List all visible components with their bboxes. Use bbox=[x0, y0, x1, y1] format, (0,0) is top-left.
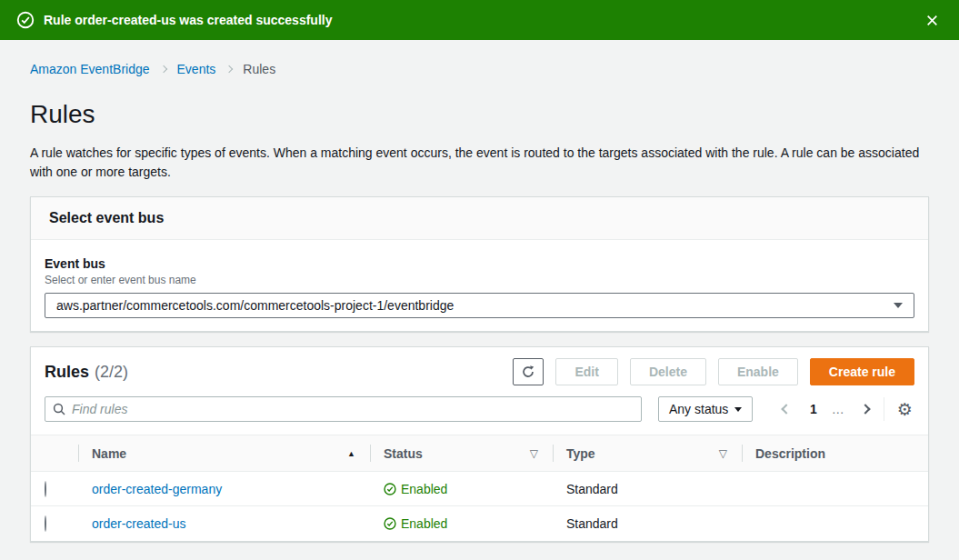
panel-header: Select event bus bbox=[31, 197, 928, 240]
rules-panel-title: Rules(2/2) bbox=[45, 363, 128, 382]
status-enabled-icon bbox=[384, 517, 396, 530]
chevron-down-icon bbox=[894, 303, 903, 308]
search-icon bbox=[53, 403, 65, 415]
breadcrumb: Amazon EventBridge Events Rules bbox=[30, 40, 929, 76]
rule-type: Standard bbox=[553, 472, 742, 506]
sort-ascending-icon[interactable]: ▲ bbox=[347, 449, 355, 458]
refresh-icon bbox=[521, 365, 535, 379]
column-label: Name bbox=[92, 446, 126, 461]
breadcrumb-rules: Rules bbox=[243, 62, 275, 76]
banner-message: Rule order-created-us was created succes… bbox=[44, 13, 922, 27]
sort-toggle-icon[interactable]: ▽ bbox=[719, 447, 727, 460]
select-event-bus-panel: Select event bus Event bus Select or ent… bbox=[30, 196, 929, 332]
rule-name-link[interactable]: order-created-us bbox=[92, 516, 186, 531]
rules-title: Rules bbox=[45, 363, 89, 381]
status-text: Enabled bbox=[401, 482, 447, 496]
panel-body: Event bus Select or enter event bus name… bbox=[31, 240, 928, 331]
row-radio-button[interactable] bbox=[45, 515, 46, 532]
next-page-icon[interactable] bbox=[860, 404, 870, 414]
table-row: order-created-us Enabled S bbox=[31, 506, 928, 541]
rules-table: Name ▲ Status ▽ Type ▽ bbox=[31, 435, 928, 541]
chevron-right-icon bbox=[159, 65, 166, 73]
pagination: 1 … ⚙ bbox=[783, 397, 913, 421]
column-header-type[interactable]: Type ▽ bbox=[553, 435, 742, 472]
find-rules-searchbox[interactable] bbox=[45, 396, 642, 422]
column-label: Description bbox=[755, 446, 825, 461]
page-ellipsis: … bbox=[832, 402, 845, 416]
rules-panel: Rules(2/2) Edit Delete Enable Create rul… bbox=[30, 346, 929, 542]
column-header-name[interactable]: Name ▲ bbox=[78, 435, 370, 472]
table-header-row: Name ▲ Status ▽ Type ▽ bbox=[31, 435, 928, 472]
chevron-right-icon bbox=[225, 65, 233, 73]
enable-button[interactable]: Enable bbox=[718, 358, 798, 385]
table-row: order-created-germany Enabled bbox=[31, 472, 928, 506]
page-content: Amazon EventBridge Events Rules Rules A … bbox=[0, 40, 959, 542]
rules-panel-header: Rules(2/2) Edit Delete Enable Create rul… bbox=[31, 347, 928, 393]
success-banner: Rule order-created-us was created succes… bbox=[0, 0, 959, 40]
rule-name-link[interactable]: order-created-germany bbox=[92, 482, 222, 496]
refresh-button[interactable] bbox=[513, 358, 544, 385]
column-header-status[interactable]: Status ▽ bbox=[370, 435, 553, 472]
row-radio-button[interactable] bbox=[45, 481, 46, 497]
status-badge: Enabled bbox=[384, 482, 539, 496]
event-bus-label: Event bus bbox=[45, 256, 914, 271]
column-label: Type bbox=[566, 446, 595, 461]
status-filter-value: Any status bbox=[669, 402, 728, 416]
edit-button[interactable]: Edit bbox=[555, 358, 617, 385]
rules-filter-row: Any status 1 … ⚙ bbox=[31, 393, 928, 435]
column-label: Status bbox=[384, 446, 423, 461]
rule-description bbox=[742, 472, 928, 506]
sort-toggle-icon[interactable]: ▽ bbox=[530, 447, 538, 460]
current-page[interactable]: 1 bbox=[810, 402, 817, 416]
event-bus-select[interactable]: aws.partner/commercetools.com/commerceto… bbox=[45, 293, 914, 318]
status-filter-dropdown[interactable]: Any status bbox=[658, 396, 753, 422]
status-text: Enabled bbox=[401, 516, 447, 531]
status-enabled-icon bbox=[384, 483, 396, 495]
rule-type: Standard bbox=[553, 506, 742, 541]
create-rule-button[interactable]: Create rule bbox=[810, 358, 914, 385]
check-circle-icon bbox=[16, 11, 35, 29]
event-bus-selected-value: aws.partner/commercetools.com/commerceto… bbox=[56, 298, 454, 313]
status-badge: Enabled bbox=[384, 516, 539, 531]
rule-description bbox=[742, 506, 928, 541]
gear-icon[interactable]: ⚙ bbox=[897, 401, 913, 418]
chevron-down-icon bbox=[734, 407, 742, 412]
rules-count: (2/2) bbox=[95, 363, 128, 381]
rules-actions: Edit Delete Enable Create rule bbox=[513, 358, 914, 385]
event-bus-sublabel: Select or enter event bus name bbox=[45, 274, 914, 286]
breadcrumb-amazon-eventbridge[interactable]: Amazon EventBridge bbox=[30, 62, 150, 76]
close-icon[interactable] bbox=[922, 10, 943, 31]
breadcrumb-events[interactable]: Events bbox=[177, 62, 216, 76]
page-description: A rule watches for specific types of eve… bbox=[30, 144, 929, 182]
divider bbox=[884, 397, 884, 421]
column-header-description: Description bbox=[742, 435, 928, 472]
previous-page-icon[interactable] bbox=[781, 404, 791, 414]
page-title: Rules bbox=[30, 100, 929, 129]
delete-button[interactable]: Delete bbox=[630, 358, 706, 385]
radio-column-header bbox=[31, 435, 78, 472]
search-input[interactable] bbox=[72, 402, 634, 416]
